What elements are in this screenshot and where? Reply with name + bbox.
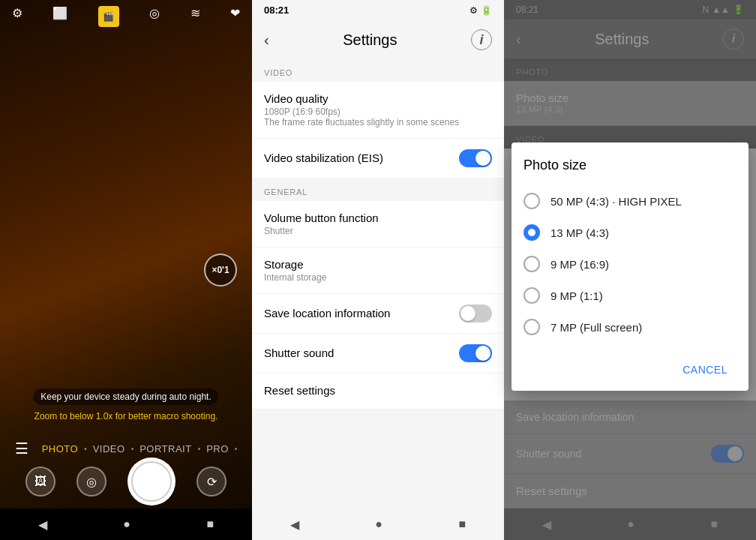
option-9mp-11-label: 9 MP (1:1) <box>550 290 603 302</box>
settings-scroll: VIDEO Video quality 1080P (16:9 60fps) T… <box>252 59 504 508</box>
dialog-actions: CANCEL <box>524 349 736 391</box>
s-home-nav[interactable]: ● <box>375 518 382 531</box>
general-section-label: GENERAL <box>252 178 504 201</box>
aspect-ratio-icon[interactable]: ⬜ <box>52 6 68 27</box>
reset-settings-title: Reset settings <box>264 384 492 397</box>
s-recents-nav[interactable]: ■ <box>459 518 466 531</box>
flip-camera-button[interactable]: ⟳ <box>196 466 226 496</box>
battery-icon: 🔋 <box>481 5 492 16</box>
volume-button-item[interactable]: Volume button function Shutter <box>252 201 504 248</box>
shutter-sound-toggle[interactable] <box>459 344 492 362</box>
option-13mp-label: 13 MP (4:3) <box>550 226 609 239</box>
storage-sub: Internal storage <box>264 272 492 283</box>
mode-photo[interactable]: PHOTO <box>36 443 85 454</box>
option-50mp-label: 50 MP (4:3) · HIGH PIXEL <box>550 195 682 208</box>
filter-icon[interactable]: ≋ <box>190 6 200 27</box>
video-quality-item[interactable]: Video quality 1080P (16:9 60fps) The fra… <box>252 82 504 139</box>
option-9mp-169[interactable]: 9 MP (16:9) <box>524 248 736 280</box>
dialog-title: Photo size <box>524 158 736 173</box>
camera-controls: 🖼 ◎ ⟳ <box>0 458 252 506</box>
menu-icon[interactable]: ☰ <box>15 440 28 458</box>
mode-portrait[interactable]: PORTRAIT <box>134 443 198 454</box>
shutter-sound-title: Shutter sound <box>264 346 334 359</box>
recents-nav-button[interactable]: ■ <box>207 518 214 531</box>
settings-status-bar: 08:21 ⚙ 🔋 <box>252 0 504 20</box>
video-section-label: VIDEO <box>252 59 504 82</box>
focus-button[interactable]: ◎ <box>76 466 106 496</box>
help-button[interactable]: i <box>471 29 492 50</box>
shutter-sound-item[interactable]: Shutter sound <box>252 334 504 374</box>
heart-icon[interactable]: ❤ <box>230 6 240 27</box>
option-50mp[interactable]: 50 MP (4:3) · HIGH PIXEL <box>524 185 736 217</box>
video-quality-title: Video quality <box>264 92 492 105</box>
option-13mp[interactable]: 13 MP (4:3) <box>524 217 736 248</box>
radio-50mp[interactable] <box>524 193 540 209</box>
settings-panel: 08:21 ⚙ 🔋 ‹ Settings i VIDEO Video quali… <box>252 0 504 540</box>
cancel-button[interactable]: CANCEL <box>674 358 736 382</box>
mode-video[interactable]: VIDEO <box>87 443 131 454</box>
storage-item[interactable]: Storage Internal storage <box>252 248 504 294</box>
settings-nav: ◀ ● ■ <box>252 508 504 540</box>
option-9mp-169-label: 9 MP (16:9) <box>550 258 609 271</box>
camera-top-bar: ⚙ ⬜ 🎬 ◎ ≋ ❤ <box>0 0 252 30</box>
status-icons: ⚙ 🔋 <box>470 5 492 16</box>
radio-13mp[interactable] <box>524 224 540 241</box>
s-back-nav[interactable]: ◀ <box>290 518 299 532</box>
save-location-toggle[interactable] <box>459 304 492 322</box>
home-nav-button[interactable]: ● <box>123 518 130 531</box>
reset-settings-item[interactable]: Reset settings <box>252 374 504 410</box>
status-time: 08:21 <box>264 4 289 16</box>
back-nav-button[interactable]: ◀ <box>38 518 47 532</box>
camera-mode-bar: ☰ PHOTO • VIDEO • PORTRAIT • PRO • <box>0 440 252 458</box>
volume-button-title: Volume button function <box>264 212 492 224</box>
option-7mp[interactable]: 7 MP (Full screen) <box>524 311 736 343</box>
mode-tab-icon[interactable]: 🎬 <box>98 6 119 27</box>
settings-status-icon: ⚙ <box>470 5 478 16</box>
volume-button-sub: Shutter <box>264 226 492 236</box>
camera-nav: ◀ ● ■ <box>0 508 252 540</box>
zoom-indicator[interactable]: ×0'1 <box>204 254 237 286</box>
settings-header: ‹ Settings i <box>252 20 504 59</box>
camera-panel: ⚙ ⬜ 🎬 ◎ ≋ ❤ ×0'1 Keep your device steady… <box>0 0 252 540</box>
option-7mp-label: 7 MP (Full screen) <box>550 321 642 334</box>
settings-title: Settings <box>343 32 397 49</box>
video-quality-sub2: The frame rate fluctuates slightly in so… <box>264 117 492 128</box>
mode-pro[interactable]: PRO <box>200 443 235 454</box>
gallery-button[interactable]: 🖼 <box>26 466 56 496</box>
radio-7mp[interactable] <box>524 319 540 335</box>
save-location-item[interactable]: Save location information <box>252 294 504 334</box>
radio-9mp-169[interactable] <box>524 256 540 272</box>
back-button[interactable]: ‹ <box>264 32 269 49</box>
video-stabilization-toggle[interactable] <box>459 149 492 167</box>
option-9mp-11[interactable]: 9 MP (1:1) <box>524 280 736 311</box>
settings-icon[interactable]: ⚙ <box>12 6 22 27</box>
video-stabilization-item[interactable]: Video stabilization (EIS) <box>252 139 504 178</box>
dialog-panel: 08:21 N ▲▲ 🔋 ‹ Settings i PHOTO Photo si… <box>504 0 756 540</box>
save-location-title: Save location information <box>264 307 390 320</box>
timer-icon[interactable]: ◎ <box>149 6 160 27</box>
shutter-button[interactable] <box>128 458 176 506</box>
storage-title: Storage <box>264 258 492 271</box>
photo-size-dialog: Photo size 50 MP (4:3) · HIGH PIXEL 13 M… <box>512 142 748 391</box>
video-quality-sub1: 1080P (16:9 60fps) <box>264 106 492 117</box>
steady-message: Keep your device steady during auto nigh… <box>33 388 218 405</box>
radio-9mp-11[interactable] <box>524 287 540 304</box>
macro-message: Zoom to below 1.0x for better macro shoo… <box>34 411 218 422</box>
video-stabilization-title: Video stabilization (EIS) <box>264 152 383 164</box>
